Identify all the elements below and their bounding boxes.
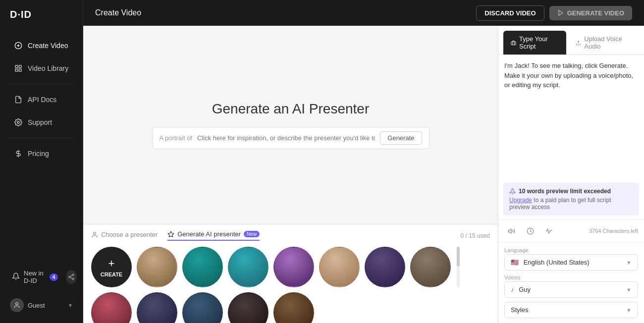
user-name: Guest [28,302,45,309]
sparkle-icon [167,231,174,238]
sidebar-bottom: New in D-ID 4 Guest ▼ [0,257,83,323]
presenter-item[interactable] [319,247,360,287]
presenter-item[interactable] [91,292,132,323]
sidebar-item-support[interactable]: Support [4,112,79,133]
tab-new-badge: New [244,231,260,237]
ai-presenter-title: Generate an AI Presenter [212,101,370,117]
presenter-item[interactable] [410,247,451,287]
wave-icon[interactable] [542,224,556,238]
script-settings: Language 🇺🇸 English (United States) ▼ Vo… [498,242,644,323]
language-chevron-icon: ▼ [626,260,632,266]
tab-upload-audio[interactable]: Upload Voice Audio [568,31,639,54]
svg-point-10 [69,276,71,278]
sidebar-item-create-video[interactable]: Create Video [4,35,79,56]
warning-box: 10 words preview limit exceeded Upgrade … [503,183,639,215]
grid-icon [14,64,23,73]
presenter-item[interactable] [228,247,268,287]
generate-video-button[interactable]: GENERATE VIDEO [549,6,632,20]
discard-video-button[interactable]: DISCARD VIDEO [476,5,544,21]
svg-rect-3 [15,65,18,68]
plus-circle-icon [14,41,23,50]
generate-bar-button[interactable]: Generate [380,131,422,145]
svg-point-7 [17,121,19,123]
language-label: Language [504,247,638,253]
voices-select[interactable]: ♪ Guy ▼ [504,281,638,298]
tab-choose-presenter[interactable]: Choose a presenter [91,230,158,241]
presenter-item[interactable] [365,247,405,287]
sidebar-nav: Create Video Video Library API Docs Supp… [0,29,83,257]
sidebar-item-create-video-label: Create Video [28,42,68,50]
svg-line-13 [70,275,72,276]
warning-icon [509,188,516,195]
app-logo: D·ID [10,9,32,20]
tab-generate-ai-presenter[interactable]: Generate AI presenter New [167,230,260,241]
presenter-item[interactable] [182,247,223,287]
scrollbar-thumb[interactable] [457,247,460,267]
user-avatar [10,298,24,312]
svg-point-14 [16,303,18,305]
char-count: 3764 Characters left [589,228,638,234]
svg-rect-17 [511,42,516,45]
new-in-did-label: New in D-ID [24,269,46,284]
file-icon [14,95,23,104]
new-in-did-button[interactable]: New in D-ID 4 [6,265,64,289]
upgrade-link[interactable]: Upgrade [509,197,532,204]
language-setting: Language 🇺🇸 English (United States) ▼ [504,247,638,270]
volume-icon[interactable] [504,224,518,238]
generate-bar-input[interactable] [197,134,375,142]
create-presenter-button[interactable]: + CREATE [91,247,132,287]
presenter-item[interactable] [182,292,223,323]
script-panel: Type Your Script Upload Voice Audio 10 w… [498,26,644,323]
language-select[interactable]: 🇺🇸 English (United States) ▼ [504,254,638,270]
presenter-item[interactable] [228,292,268,323]
styles-select[interactable]: Styles ▼ [504,302,638,318]
user-caret-icon: ▼ [68,303,73,308]
voices-label: Voices [504,274,638,280]
svg-line-12 [70,277,72,278]
styles-setting: Styles ▼ [504,302,638,318]
scrollbar-track [457,247,460,287]
content-area: Generate an AI Presenter A portrait of G… [83,26,644,323]
logo-area: D·ID [0,0,83,29]
sidebar-item-api-docs[interactable]: API Docs [4,89,79,110]
dollar-icon [14,149,23,158]
presenter-item[interactable] [273,292,314,323]
upload-icon [576,40,581,46]
sidebar-item-pricing-label: Pricing [28,150,49,158]
sidebar-item-support-label: Support [28,118,52,126]
presenters-grid: + CREATE [91,247,451,287]
presenter-item[interactable] [137,247,177,287]
svg-point-11 [72,278,74,280]
sidebar-item-video-library[interactable]: Video Library [4,58,79,79]
scrollbar-area [456,247,460,287]
page-title: Create Video [95,8,141,17]
presenter-item[interactable] [137,292,177,323]
ai-presenter-area: Generate an AI Presenter A portrait of G… [83,26,498,224]
script-textarea[interactable] [504,61,638,170]
share-button[interactable] [66,270,77,284]
sidebar-item-video-library-label: Video Library [28,64,68,72]
person-icon [91,231,98,238]
tabs-left: Choose a presenter Generate AI presenter… [91,230,260,241]
svg-rect-4 [19,65,21,68]
tab-type-script[interactable]: Type Your Script [503,31,566,54]
presenters-tabs: Choose a presenter Generate AI presenter… [91,230,490,241]
sidebar-item-pricing[interactable]: Pricing [4,143,79,164]
flag-icon: 🇺🇸 [511,259,519,266]
script-textarea-area [498,55,644,179]
presenter-item[interactable] [273,247,314,287]
new-in-did-badge: 4 [50,273,58,281]
settings-icon [14,118,23,127]
clock-icon[interactable] [523,224,537,238]
sidebar: D·ID Create Video Video Library API Docs [0,0,83,323]
svg-rect-5 [15,69,18,71]
voice-icon: ♪ [511,286,514,293]
voices-setting: Voices ♪ Guy ▼ [504,274,638,298]
used-count: 0 / 15 used [461,232,490,239]
user-area[interactable]: Guest ▼ [4,293,79,317]
svg-point-16 [94,232,96,234]
new-in-did-icon [12,272,20,282]
topbar: Create Video DISCARD VIDEO GENERATE VIDE… [83,0,644,26]
generate-icon [557,9,564,16]
generate-bar-label: A portrait of [160,134,192,142]
